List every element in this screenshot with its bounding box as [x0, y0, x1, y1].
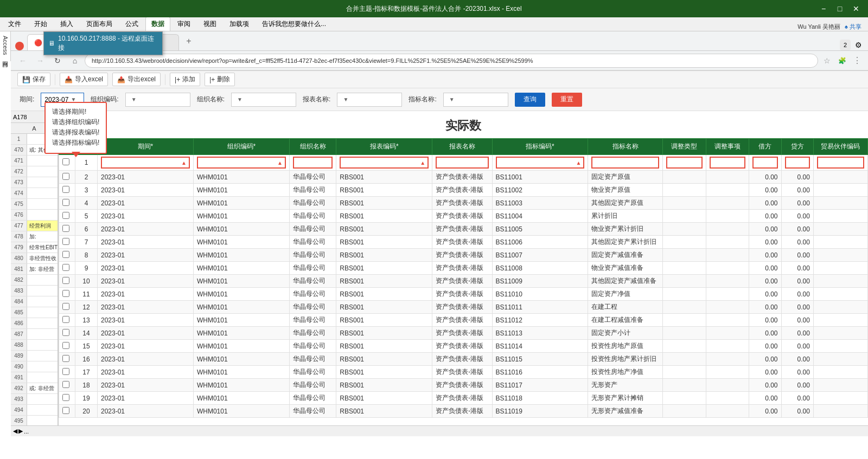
input-adj-type-cell[interactable]	[662, 155, 706, 171]
excel-row-number: 475	[11, 199, 27, 209]
tab-insert[interactable]: 插入	[54, 17, 79, 31]
row-checkbox[interactable]	[62, 342, 69, 349]
row-checkbox[interactable]	[62, 316, 69, 323]
tab-review[interactable]: 审阅	[171, 17, 196, 31]
row-checkbox[interactable]	[62, 212, 69, 219]
settings-icon[interactable]: ⚙	[853, 40, 864, 50]
row-checkbox[interactable]	[62, 264, 69, 271]
address-bar[interactable]	[85, 54, 818, 68]
new-tab-button[interactable]: +	[181, 34, 196, 49]
save-button[interactable]: 💾 保存	[17, 73, 50, 86]
table-panel: 实际数 序号 期间* 组织编码* 组织名称 报表编码* 报表名称 指标编码* 指…	[59, 111, 868, 425]
row-indicator-name: 物业资产原值	[588, 184, 662, 197]
tab-addins[interactable]: 加载项	[224, 17, 255, 31]
browser-menu-icon[interactable]: ⋮	[851, 54, 864, 67]
input-org-code[interactable]	[198, 159, 277, 166]
table-row: 132023-01WHM0101华晶母公司RBS001资产负债表-港版BS110…	[59, 314, 868, 327]
row-indicator-name: 其他固定资产累计折旧	[588, 236, 662, 249]
bottom-nav: ◀ ▶ ...	[11, 425, 868, 436]
org-code-input-arrow[interactable]: ▲	[277, 160, 285, 166]
sheet-nav-left[interactable]: ◀	[13, 428, 17, 435]
window-title: 合并主题-指标和数据模板-器件法人合并 -202301.xlsx - Excel	[346, 4, 521, 14]
share-button[interactable]: ♠ 共享	[845, 23, 861, 31]
extensions-icon[interactable]: 🧩	[835, 54, 848, 67]
input-org-name-cell[interactable]	[289, 155, 336, 171]
row-credit: 0.00	[781, 301, 813, 314]
excel-row-number: 471	[11, 156, 27, 166]
input-trade-partner-cell[interactable]	[813, 155, 867, 171]
input-period[interactable]	[102, 159, 181, 166]
tab-formula[interactable]: 公式	[119, 17, 144, 31]
tab-file[interactable]: 文件	[2, 17, 27, 31]
row-checkbox[interactable]	[62, 225, 69, 232]
header-indicator-name: 指标名称	[588, 139, 662, 155]
input-trade-partner[interactable]	[817, 157, 864, 169]
row-adj-item	[706, 392, 749, 405]
input-credit-cell[interactable]	[781, 155, 813, 171]
tab-number[interactable]: 2	[840, 40, 851, 50]
indicator-name-select[interactable]: ▼	[443, 93, 508, 107]
excel-row-number: 484	[11, 296, 27, 307]
row-checkbox[interactable]	[62, 394, 69, 401]
minimize-button[interactable]: −	[816, 3, 831, 14]
row-checkbox[interactable]	[62, 251, 69, 258]
tab-view[interactable]: 视图	[197, 17, 222, 31]
row-credit: 0.00	[781, 236, 813, 249]
input-period-cell[interactable]: ▲	[98, 155, 194, 171]
period-input-arrow[interactable]: ▲	[181, 160, 189, 166]
table-row: 32023-01WHM0101华晶母公司RBS001资产负债表-港版BS1100…	[59, 184, 868, 197]
excel-row-content	[27, 286, 58, 296]
row-checkbox[interactable]	[62, 329, 69, 336]
add-button[interactable]: |+ 添加	[170, 73, 200, 86]
row-checkbox[interactable]	[62, 368, 69, 375]
sheet-tab-dots[interactable]: ...	[24, 428, 29, 435]
import-excel-button[interactable]: 📥 导入excel	[60, 73, 108, 86]
row-checkbox[interactable]	[62, 199, 69, 206]
input-report-name-cell[interactable]	[432, 155, 492, 171]
delete-button[interactable]: |+ 删除	[205, 73, 235, 86]
row-checkbox[interactable]	[62, 303, 69, 310]
input-report-name[interactable]	[436, 157, 488, 169]
row-checkbox[interactable]	[62, 277, 69, 284]
query-button[interactable]: 查询	[515, 93, 545, 107]
org-code-select[interactable]: ▼	[125, 93, 190, 107]
input-adj-item-cell[interactable]	[706, 155, 749, 171]
input-indicator-name-cell[interactable]	[588, 155, 662, 171]
row-checkbox[interactable]	[62, 290, 69, 297]
maximize-button[interactable]: □	[832, 3, 847, 14]
report-code-input-arrow[interactable]: ▲	[420, 160, 427, 166]
input-report-code[interactable]	[341, 159, 420, 166]
row-checkbox[interactable]	[62, 238, 69, 245]
row-checkbox[interactable]	[62, 173, 69, 180]
row-checkbox[interactable]	[62, 407, 69, 414]
close-window-button[interactable]: ✕	[848, 3, 864, 14]
tab-data[interactable]: 数据	[145, 17, 170, 31]
row-checkbox[interactable]	[62, 381, 69, 388]
input-adj-type[interactable]	[666, 157, 703, 169]
org-name-select[interactable]: ▼	[231, 93, 296, 107]
indicator-code-input-arrow[interactable]: ▲	[576, 160, 584, 166]
tab-home[interactable]: 开始	[28, 17, 53, 31]
bookmark-icon[interactable]: ☆	[820, 54, 833, 67]
input-indicator-name[interactable]	[591, 157, 659, 169]
input-debit-cell[interactable]	[749, 155, 781, 171]
input-indicator-code[interactable]	[497, 159, 576, 166]
input-credit[interactable]	[785, 157, 810, 169]
export-excel-button[interactable]: 📤 导出excel	[112, 73, 161, 86]
row-report-code: RBS001	[336, 340, 432, 353]
tab-layout[interactable]: 页面布局	[80, 17, 118, 31]
input-debit[interactable]	[752, 157, 777, 169]
report-name-select[interactable]: ▼	[337, 93, 402, 107]
input-report-code-cell[interactable]: ▲	[336, 155, 432, 171]
row-checkbox[interactable]	[62, 186, 69, 193]
sheet-nav-right[interactable]: ▶	[18, 428, 23, 435]
back-button[interactable]: ←	[15, 53, 30, 68]
input-org-code-cell[interactable]: ▲	[193, 155, 289, 171]
reset-button[interactable]: 重置	[552, 93, 582, 107]
input-indicator-code-cell[interactable]: ▲	[492, 155, 588, 171]
input-row-checkbox[interactable]	[62, 158, 69, 165]
tab-help[interactable]: 告诉我您想要做什么...	[256, 17, 332, 31]
row-checkbox[interactable]	[62, 355, 69, 362]
input-org-name[interactable]	[293, 157, 333, 169]
input-adj-item[interactable]	[710, 157, 746, 169]
